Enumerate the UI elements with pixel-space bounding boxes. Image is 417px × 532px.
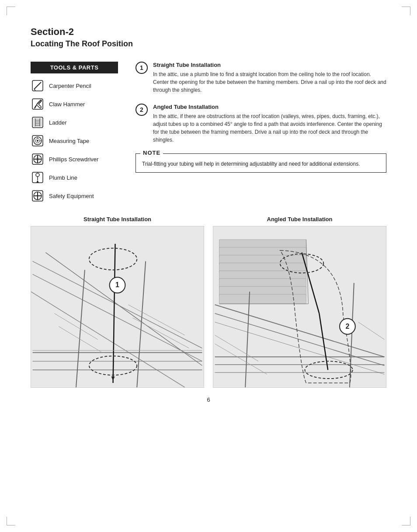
tool-item-plumb-line: Plumb Line bbox=[31, 170, 118, 184]
claw-hammer-label: Claw Hammer bbox=[49, 101, 85, 108]
corner-mark-tr bbox=[402, 7, 410, 15]
tool-item-measuring-tape: Measuring Tape bbox=[31, 134, 118, 148]
carpenter-pencil-icon bbox=[31, 79, 45, 93]
svg-text:1: 1 bbox=[115, 281, 119, 289]
corner-mark-bl bbox=[7, 517, 15, 525]
safety-equipment-label: Safety Equipment bbox=[49, 193, 94, 199]
tool-item-ladder: Ladder bbox=[31, 115, 118, 129]
svg-rect-31 bbox=[33, 226, 202, 387]
instruction-1-body: In the attic, use a plumb line to find a… bbox=[153, 70, 386, 94]
instruction-1-text: Straight Tube Installation In the attic,… bbox=[153, 62, 386, 94]
svg-line-1 bbox=[34, 82, 41, 89]
instruction-2-body: In the attic, if there are obstructions … bbox=[153, 112, 386, 144]
corner-mark-br bbox=[402, 517, 410, 525]
step-2-circle: 2 bbox=[136, 104, 148, 116]
safety-equipment-icon bbox=[31, 189, 45, 203]
diagram-straight-image: 1 bbox=[31, 226, 204, 388]
page-number: 6 bbox=[31, 396, 386, 403]
svg-rect-6 bbox=[34, 118, 42, 126]
step-1-circle: 1 bbox=[136, 62, 148, 74]
plumb-line-label: Plumb Line bbox=[49, 174, 77, 181]
section-title: Locating The Roof Position bbox=[31, 39, 386, 49]
measuring-tape-label: Measuring Tape bbox=[49, 138, 89, 144]
tools-panel: TOOLS & PARTS Carpenter Pencil bbox=[31, 62, 118, 207]
svg-rect-60 bbox=[219, 294, 306, 304]
diagrams-area: Straight Tube Installation bbox=[31, 216, 386, 388]
carpenter-pencil-label: Carpenter Pencil bbox=[49, 83, 91, 89]
tools-header: TOOLS & PARTS bbox=[31, 62, 118, 73]
svg-text:2: 2 bbox=[345, 323, 349, 330]
svg-point-24 bbox=[36, 173, 39, 177]
note-box: NOTE Trial-fitting your tubing will help… bbox=[136, 153, 386, 173]
svg-line-2 bbox=[34, 89, 35, 90]
svg-point-16 bbox=[37, 140, 38, 142]
tool-item-safety-equipment: Safety Equipment bbox=[31, 189, 118, 203]
section-number: Section-2 bbox=[31, 26, 386, 38]
note-text: Trial-fitting your tubing will help in d… bbox=[142, 160, 380, 168]
ladder-label: Ladder bbox=[49, 119, 66, 126]
tool-item-carpenter-pencil: Carpenter Pencil bbox=[31, 79, 118, 93]
diagram-angled-block: Angled Tube Installation bbox=[213, 216, 386, 388]
claw-hammer-icon bbox=[31, 97, 45, 111]
instruction-1-title: Straight Tube Installation bbox=[153, 62, 386, 68]
tool-item-claw-hammer: Claw Hammer bbox=[31, 97, 118, 111]
tool-item-phillips-screwdriver: Phillips Screwdriver bbox=[31, 152, 118, 166]
measuring-tape-icon bbox=[31, 134, 45, 148]
instruction-2-title: Angled Tube Installation bbox=[153, 104, 386, 110]
svg-line-4 bbox=[35, 106, 36, 108]
instruction-step-2: 2 Angled Tube Installation In the attic,… bbox=[136, 104, 386, 144]
instruction-step-1: 1 Straight Tube Installation In the atti… bbox=[136, 62, 386, 94]
instructions-panel: 1 Straight Tube Installation In the atti… bbox=[136, 62, 386, 207]
diagram-angled-title: Angled Tube Installation bbox=[267, 216, 333, 223]
diagram-straight-block: Straight Tube Installation bbox=[31, 216, 204, 388]
corner-mark-tl bbox=[7, 7, 15, 15]
phillips-screwdriver-label: Phillips Screwdriver bbox=[49, 156, 98, 163]
ladder-icon bbox=[31, 115, 45, 129]
diagram-straight-title: Straight Tube Installation bbox=[83, 216, 151, 223]
note-label: NOTE bbox=[140, 150, 163, 156]
instruction-2-text: Angled Tube Installation In the attic, i… bbox=[153, 104, 386, 144]
svg-marker-26 bbox=[36, 180, 39, 183]
plumb-line-icon bbox=[31, 170, 45, 184]
phillips-screwdriver-icon bbox=[31, 152, 45, 166]
diagram-angled-image: 2 bbox=[213, 226, 386, 388]
